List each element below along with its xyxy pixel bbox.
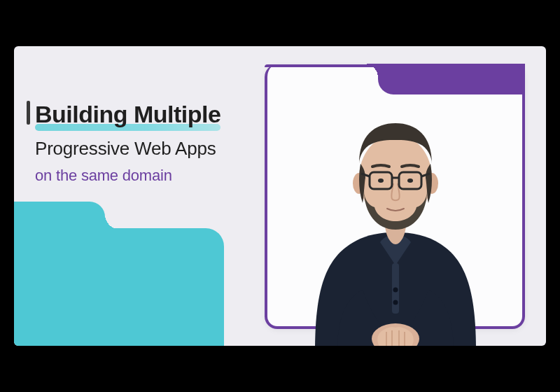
- presenter-photo: [287, 80, 504, 346]
- title-accent-bar: [27, 101, 30, 125]
- title-block: Building Multiple Progressive Web Apps o…: [35, 101, 220, 185]
- presenter-svg: [287, 80, 504, 346]
- video-thumbnail[interactable]: Building Multiple Progressive Web Apps o…: [0, 0, 560, 392]
- svg-point-3: [393, 288, 398, 293]
- content-frame: Building Multiple Progressive Web Apps o…: [14, 46, 546, 346]
- svg-point-15: [407, 178, 413, 183]
- svg-point-14: [378, 178, 384, 183]
- window-top-border: [265, 64, 382, 67]
- svg-point-4: [393, 300, 398, 305]
- title-line-3: on the same domain: [35, 167, 220, 185]
- letterbox-bottom: [0, 346, 560, 392]
- svg-point-8: [383, 200, 408, 214]
- title-line-2: Progressive Web Apps: [35, 138, 220, 160]
- teal-tab-shape: [14, 202, 105, 230]
- teal-corner-shape: [14, 228, 224, 346]
- title-line-1-text: Building Multiple: [35, 101, 220, 127]
- title-line-1: Building Multiple: [35, 101, 220, 128]
- letterbox-top: [0, 0, 560, 46]
